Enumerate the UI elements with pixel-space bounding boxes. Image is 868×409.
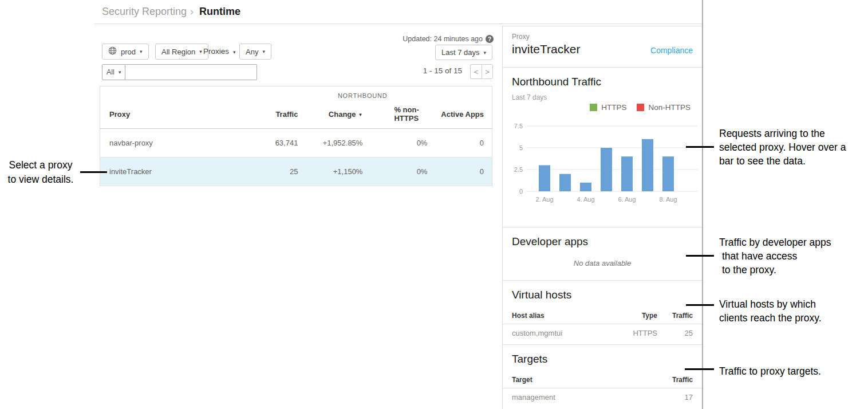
type-header: Type (606, 312, 657, 320)
northbound-group-header: NORTHBOUND (233, 86, 492, 100)
chart-legend: HTTPS Non-HTTPS (503, 103, 702, 112)
northbound-chart[interactable]: 02.557.52. Aug4. Aug6. Aug8. Aug (507, 119, 702, 206)
region-dropdown[interactable]: All Region ▾ (155, 44, 208, 60)
proxies-dropdown[interactable]: Proxies▾ (203, 47, 236, 56)
northbound-traffic-title: Northbound Traffic (503, 68, 702, 88)
traffic-cell: 63,741 (233, 129, 298, 158)
chevron-down-icon: ▾ (119, 69, 121, 75)
globe-icon (108, 46, 117, 57)
https-swatch-icon (590, 104, 597, 111)
screenshot-edge-line (702, 0, 703, 409)
table-row[interactable]: navbar-proxy 63,741 +1,952.85% 0% 0 (100, 129, 492, 158)
callout-line-northbound (686, 146, 714, 148)
compliance-link[interactable]: Compliance (650, 46, 693, 55)
proxy-detail-panel: Proxy inviteTracker Compliance Northboun… (502, 26, 702, 409)
pagination-controls: < > (470, 64, 493, 79)
environment-dropdown[interactable]: prod ▾ (102, 44, 149, 60)
chevron-down-icon: ▾ (199, 49, 202, 54)
column-header-pct-non-https[interactable]: % non-HTTPS (362, 100, 427, 129)
callout-line-virtual-hosts (686, 304, 714, 306)
annotation-virtual-hosts: Virtual hosts by which clients reach the… (719, 297, 822, 325)
type-cell: HTTPS (606, 329, 657, 337)
date-range-dropdown[interactable]: Last 7 days ▾ (435, 45, 492, 60)
chevron-right-icon: › (190, 6, 194, 18)
legend-item-non-https: Non-HTTPS (637, 103, 691, 112)
column-header-active-apps[interactable]: Active Apps (427, 100, 492, 129)
next-page-button[interactable]: > (482, 64, 493, 79)
traffic-header: Traffic (657, 312, 693, 320)
non-https-swatch-icon (637, 104, 644, 111)
northbound-traffic-section: Northbound Traffic Last 7 days HTTPS Non… (503, 68, 702, 227)
svg-text:8. Aug: 8. Aug (659, 196, 677, 203)
svg-text:4. Aug: 4. Aug (577, 196, 594, 203)
pagination-status: 1 - 15 of 15 (423, 66, 462, 75)
chevron-down-icon: ▾ (140, 49, 143, 54)
any-dropdown[interactable]: Any ▾ (239, 44, 271, 60)
traffic-header: Traffic (657, 376, 693, 384)
updated-status: Updated: 24 minutes ago ? (403, 35, 494, 43)
svg-text:0: 0 (519, 188, 523, 195)
pct-non-https-cell: 0% (362, 158, 427, 186)
target-cell: management (512, 393, 657, 402)
search-input[interactable] (125, 64, 257, 80)
table-group-header-row: NORTHBOUND (100, 86, 492, 100)
svg-text:6. Aug: 6. Aug (618, 196, 636, 203)
targets-title: Targets (503, 345, 702, 365)
virtual-hosts-section: Virtual hosts Host alias Type Traffic cu… (503, 281, 702, 345)
traffic-cell: 25 (233, 158, 298, 186)
column-header-proxy[interactable]: Proxy (100, 100, 234, 129)
toolbar: prod ▾ All Region ▾ Proxies▾ Any ▾ Updat… (94, 24, 502, 86)
selected-proxy-name: inviteTracker (512, 42, 580, 56)
legend-item-https: HTTPS (590, 103, 626, 112)
breadcrumb: Security Reporting › Runtime (94, 0, 702, 24)
no-data-message: No data available (503, 259, 702, 268)
page: Select a proxy to view details. Requests… (0, 0, 868, 409)
host-alias-header: Host alias (512, 312, 606, 320)
virtual-hosts-header-row: Host alias Type Traffic (503, 307, 702, 324)
change-cell: +1,150% (298, 158, 362, 186)
chevron-down-icon: ▾ (262, 49, 265, 54)
search-scope-dropdown[interactable]: All▾ (102, 64, 125, 80)
northbound-subtitle: Last 7 days (503, 88, 702, 101)
annotation-developer-apps: Traffic by developer apps that have acce… (719, 235, 831, 277)
callout-line-targets (685, 368, 714, 370)
traffic-cell: 17 (657, 393, 693, 402)
virtual-host-row[interactable]: custom,mgmtui HTTPS 25 (503, 324, 702, 341)
help-icon[interactable]: ? (486, 35, 494, 43)
virtual-hosts-title: Virtual hosts (503, 281, 702, 301)
proxy-label: Proxy (512, 33, 693, 41)
host-alias-cell: custom,mgmtui (512, 329, 606, 337)
breadcrumb-parent[interactable]: Security Reporting (102, 6, 187, 18)
previous-page-button[interactable]: < (470, 64, 482, 79)
proxies-table: NORTHBOUND Proxy Traffic Change▼ % non-H… (100, 86, 492, 186)
svg-text:7.5: 7.5 (514, 123, 523, 129)
proxy-name-cell: inviteTracker (100, 158, 234, 186)
table-row[interactable]: inviteTracker 25 +1,150% 0% 0 (100, 158, 492, 186)
column-header-traffic[interactable]: Traffic (233, 100, 298, 129)
callout-line-select-proxy (80, 171, 107, 173)
active-apps-cell: 0 (427, 129, 492, 158)
search-group: All▾ (102, 64, 257, 80)
target-header: Target (512, 376, 657, 384)
svg-text:2.5: 2.5 (514, 166, 523, 173)
chevron-down-icon: ▾ (233, 49, 236, 55)
table-header-row: Proxy Traffic Change▼ % non-HTTPS Active… (100, 100, 492, 129)
callout-line-developer-apps (686, 255, 714, 257)
annotation-targets: Traffic to proxy targets. (719, 364, 821, 378)
sort-desc-icon: ▼ (358, 112, 363, 117)
proxy-name-cell: navbar-proxy (100, 129, 234, 158)
chevron-down-icon: ▾ (483, 50, 486, 56)
targets-header-row: Target Traffic (503, 371, 702, 388)
panel-header-section: Proxy inviteTracker Compliance (503, 26, 702, 68)
pct-non-https-cell: 0% (362, 129, 427, 158)
targets-section: Targets Target Traffic management 17 (503, 345, 702, 409)
column-header-change[interactable]: Change▼ (298, 100, 362, 129)
page-title: Runtime (199, 6, 240, 18)
annotation-northbound: Requests arriving to the selected proxy.… (719, 127, 846, 168)
developer-apps-section: Developer apps No data available (503, 227, 702, 281)
developer-apps-title: Developer apps (503, 227, 702, 248)
svg-text:5: 5 (519, 144, 523, 151)
traffic-cell: 25 (657, 329, 693, 337)
active-apps-cell: 0 (427, 158, 492, 186)
target-row[interactable]: management 17 (503, 388, 702, 406)
